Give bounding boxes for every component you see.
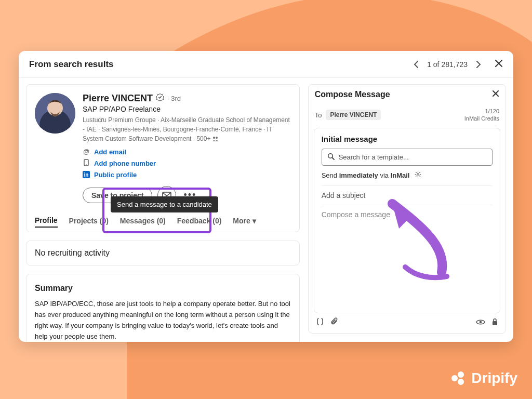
pager-count: 1 of 281,723 [427, 60, 468, 69]
svg-point-3 [213, 137, 215, 139]
recipient-chip[interactable]: Pierre VINCENT [326, 110, 381, 120]
send-settings-button[interactable] [415, 171, 421, 179]
recruiting-activity-text: No recruiting activity [35, 248, 110, 257]
add-email-link[interactable]: @Add email [83, 148, 291, 156]
tab-projects[interactable]: Projects (0) [69, 215, 109, 227]
verified-icon [156, 93, 164, 104]
caret-down-icon: ▾ [252, 217, 256, 225]
profile-card: Pierre VINCENT · 3rd SAP PP/APO Freelanc… [26, 84, 300, 232]
profile-tabs: Profile Projects (0) Messages (0) Feedba… [35, 214, 291, 228]
summary-title: Summary [35, 282, 291, 295]
summary-card: Summary SAP IBP/APO/ECC, those are just … [26, 274, 300, 342]
connection-degree: 3rd [171, 95, 181, 102]
modal-header: From search results 1 of 281,723 [19, 51, 513, 78]
svg-point-6 [86, 164, 87, 165]
template-search-input[interactable]: Search for a template... [322, 149, 493, 166]
lock-icon [491, 318, 498, 326]
gear-icon [415, 171, 421, 178]
svg-rect-12 [493, 321, 497, 325]
headline: SAP PP/APO Freelance [83, 105, 291, 113]
search-icon [327, 153, 335, 162]
attach-button[interactable] [330, 317, 338, 328]
compose-panel: Compose Message To Pierre VINCENT 1/120 … [308, 84, 506, 334]
connections-icon [212, 135, 219, 144]
template-search-placeholder: Search for a template... [339, 153, 409, 161]
eye-icon [476, 319, 485, 325]
compose-title: Compose Message [315, 90, 390, 99]
credits-count: 1/120 [464, 108, 499, 115]
chevron-right-icon [476, 61, 481, 68]
credits-label: InMail Credits [464, 115, 499, 122]
svg-point-4 [216, 137, 218, 139]
avatar[interactable] [35, 93, 75, 134]
braces-icon [316, 317, 324, 326]
add-phone-link[interactable]: Add phone number [83, 159, 291, 168]
profile-name: Pierre VINCENT [83, 93, 153, 104]
pager: 1 of 281,723 [409, 58, 485, 71]
insert-variable-button[interactable] [316, 317, 324, 328]
message-body-input[interactable]: Compose a message [322, 205, 493, 307]
send-config-line: Send immediately via InMail [322, 171, 493, 179]
paperclip-icon [330, 317, 338, 326]
initial-message-heading: Initial message [322, 135, 493, 143]
tooltip: Send a message to a candidate [111, 196, 218, 212]
summary-p1: SAP IBP/APO/ECC, those are just tools to… [35, 299, 291, 342]
tab-profile[interactable]: Profile [35, 214, 58, 228]
svg-point-11 [480, 321, 482, 324]
linkedin-icon: in [83, 171, 90, 178]
chevron-left-icon [414, 61, 419, 68]
dripify-logo-icon [450, 370, 467, 387]
tab-feedback[interactable]: Feedback (0) [177, 215, 222, 227]
close-button[interactable] [495, 58, 503, 70]
tab-more[interactable]: More ▾ [233, 215, 256, 227]
recruiting-activity-card: No recruiting activity [26, 241, 300, 265]
modal-title: From search results [29, 59, 114, 70]
profile-modal: From search results 1 of 281,723 [19, 51, 513, 342]
public-profile-link[interactable]: inPublic profile [83, 171, 291, 179]
phone-icon [83, 159, 90, 168]
close-icon [495, 59, 503, 68]
svg-point-10 [417, 173, 419, 175]
profile-meta: Lustucru Premium Groupe · Aix-Marseille … [83, 116, 290, 142]
svg-line-9 [332, 157, 334, 159]
subject-input[interactable]: Add a subject [322, 185, 493, 200]
preview-button[interactable] [476, 318, 485, 327]
watermark: Dripify [450, 370, 517, 387]
close-icon [492, 90, 499, 97]
to-label: To [315, 111, 322, 119]
pager-prev-button[interactable] [409, 58, 423, 71]
at-icon: @ [83, 148, 90, 155]
compose-close-button[interactable] [492, 90, 499, 99]
lock-indicator [491, 318, 498, 328]
tab-messages[interactable]: Messages (0) [120, 215, 166, 227]
watermark-text: Dripify [471, 370, 517, 387]
pager-next-button[interactable] [472, 58, 485, 71]
